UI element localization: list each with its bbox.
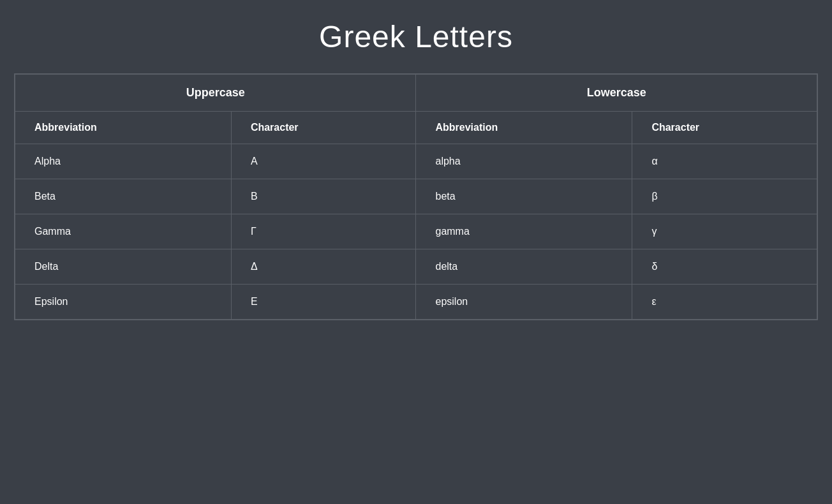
table-row: EpsilonΕepsilonε (15, 285, 817, 320)
page-title: Greek Letters (319, 19, 513, 54)
lower-abbr-cell: epsilon (416, 285, 632, 320)
col-header-lower-char: Character (632, 112, 817, 144)
lower-char-cell: α (632, 144, 817, 179)
table-row: DeltaΔdeltaδ (15, 249, 817, 285)
col-header-lower-abbr: Abbreviation (416, 112, 632, 144)
lower-abbr-cell: beta (416, 179, 632, 214)
table-row: BetaΒbetaβ (15, 179, 817, 214)
upper-abbr-cell: Gamma (15, 214, 232, 249)
upper-char-cell: Δ (231, 249, 416, 285)
lower-abbr-cell: gamma (416, 214, 632, 249)
upper-char-cell: Γ (231, 214, 416, 249)
table-body: AlphaΑalphaαBetaΒbetaβGammaΓgammaγDeltaΔ… (15, 144, 817, 320)
lower-abbr-cell: delta (416, 249, 632, 285)
upper-char-cell: Ε (231, 285, 416, 320)
uppercase-group-header: Uppercase (15, 75, 416, 112)
group-header-row: Uppercase Lowercase (15, 75, 817, 112)
upper-abbr-cell: Beta (15, 179, 232, 214)
upper-abbr-cell: Epsilon (15, 285, 232, 320)
lower-abbr-cell: alpha (416, 144, 632, 179)
lowercase-group-header: Lowercase (416, 75, 817, 112)
table-row: AlphaΑalphaα (15, 144, 817, 179)
upper-abbr-cell: Delta (15, 249, 232, 285)
col-header-row: Abbreviation Character Abbreviation Char… (15, 112, 817, 144)
lower-char-cell: β (632, 179, 817, 214)
lower-char-cell: δ (632, 249, 817, 285)
lower-char-cell: ε (632, 285, 817, 320)
table-row: GammaΓgammaγ (15, 214, 817, 249)
col-header-upper-abbr: Abbreviation (15, 112, 232, 144)
col-header-upper-char: Character (231, 112, 416, 144)
upper-char-cell: Β (231, 179, 416, 214)
upper-abbr-cell: Alpha (15, 144, 232, 179)
greek-letters-table: Uppercase Lowercase Abbreviation Charact… (14, 73, 818, 320)
lower-char-cell: γ (632, 214, 817, 249)
upper-char-cell: Α (231, 144, 416, 179)
